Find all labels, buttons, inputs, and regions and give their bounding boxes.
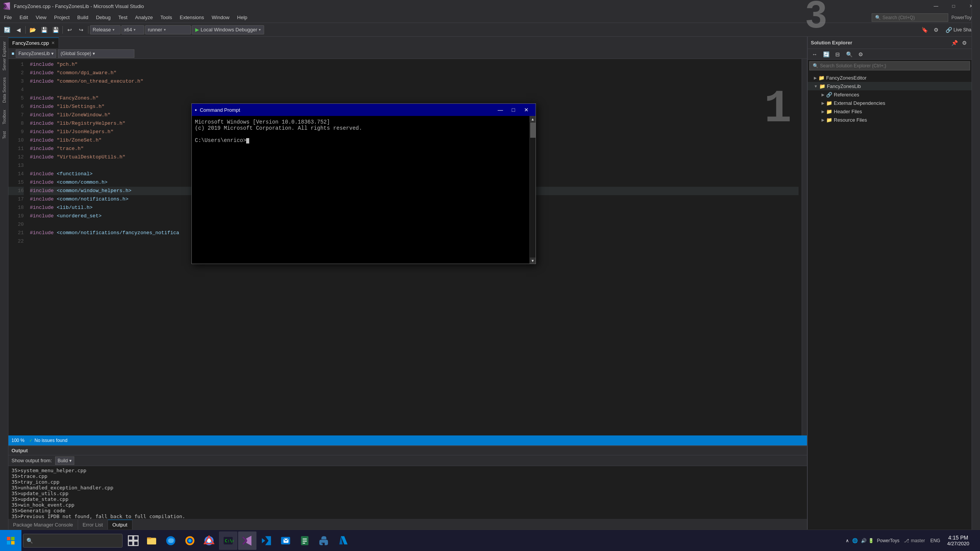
tree-item-resource-files[interactable]: ▶ 📁 Resource Files (808, 116, 972, 124)
menu-debug[interactable]: Debug (92, 12, 114, 23)
toolbar-save-all[interactable]: 💾 (50, 24, 61, 35)
start-button[interactable] (0, 530, 21, 551)
tree-item-fancyzoneslib[interactable]: ▼ 📁 FancyZonesLib (808, 82, 972, 90)
taskbar-terminal[interactable]: C:\> (219, 531, 237, 550)
scope-dropdown[interactable]: (Global Scope) ▾ (58, 49, 134, 58)
toolbar-undo[interactable]: ↩ (64, 24, 75, 35)
output-line: 35>system_menu_helper.cpp (11, 468, 804, 473)
scroll-up-button[interactable]: ▲ (530, 116, 536, 122)
cmd-close-button[interactable]: ✕ (520, 104, 532, 115)
taskbar-azure[interactable] (334, 531, 352, 550)
taskbar-explorer[interactable] (142, 531, 161, 550)
toolbar-bookmark[interactable]: 🔖 (920, 24, 930, 35)
toolbar-save[interactable]: 💾 (39, 24, 49, 35)
show-desktop-button[interactable] (974, 530, 977, 551)
minimize-button[interactable]: — (927, 0, 945, 12)
toolbar-back[interactable]: ◀ (13, 24, 24, 35)
scroll-thumb[interactable] (530, 122, 536, 138)
line-num: 10 (8, 136, 24, 145)
se-settings-icon[interactable]: ⚙ (960, 39, 969, 47)
taskbar-vs[interactable] (238, 531, 256, 550)
taskbar-clock[interactable]: 4:15 PM 4/27/2020 (944, 533, 972, 548)
line-num: 13 (8, 161, 24, 170)
start-debug-button[interactable]: ▶ Local Windows Debugger ▾ (192, 25, 264, 34)
taskview-button[interactable] (124, 531, 142, 550)
menu-tools[interactable]: Tools (157, 12, 176, 23)
cmd-content[interactable]: Microsoft Windows [Version 10.0.18363.75… (192, 116, 529, 264)
se-toolbar-filter[interactable]: 🔍 (844, 49, 854, 60)
se-pin-icon[interactable]: 📌 (950, 39, 959, 47)
tab-output[interactable]: Output (108, 520, 132, 530)
cmd-vscrollbar[interactable]: ▲ ▼ (529, 116, 536, 264)
platform-dropdown[interactable]: x64 ▾ (121, 25, 144, 34)
tree-item-fancyzoneseditor[interactable]: ▶ 📁 FancyZonesEditor (808, 73, 972, 82)
svg-rect-11 (134, 541, 138, 545)
menu-analyze[interactable]: Analyze (131, 12, 157, 23)
tree-item-header-files[interactable]: ▶ 📁 Header Files (808, 107, 972, 116)
code-line-3: #include "common/on_thread_executor.h" (30, 77, 799, 86)
cmd-minimize-button[interactable]: — (494, 104, 506, 115)
taskbar-python[interactable] (315, 531, 333, 550)
menu-view[interactable]: View (32, 12, 50, 23)
taskbar-chrome[interactable] (200, 531, 218, 550)
tree-item-references[interactable]: ▶ 🔗 References (808, 90, 972, 99)
right-panel: Solution Explorer 📌 ⚙ ↔ 🔄 ⊟ 🔍 ⚙ 🔍 Search… (807, 37, 972, 530)
close-tab-icon[interactable]: ✕ (51, 41, 55, 46)
file-tab-fancyzones[interactable]: FancyZones.cpp ✕ (8, 37, 59, 48)
show-hidden-icons[interactable]: ∧ (846, 538, 849, 543)
menu-project[interactable]: Project (50, 12, 73, 23)
toolbar-tools[interactable]: ⚙ (931, 24, 942, 35)
taskbar-outlook[interactable] (276, 531, 295, 550)
test-tab[interactable]: Test (1, 128, 7, 142)
cmd-prompt-window[interactable]: ▪ Command Prompt — □ ✕ Microsoft Windows… (191, 103, 536, 264)
se-toolbar-props[interactable]: ⚙ (855, 49, 866, 60)
references-icon: 🔗 (826, 92, 832, 98)
data-sources-tab[interactable]: Data Sources (1, 74, 7, 106)
scroll-down-button[interactable]: ▼ (530, 258, 536, 264)
toolbar-new[interactable]: 🔄 (2, 24, 12, 35)
menu-extensions[interactable]: Extensions (176, 12, 208, 23)
menu-window[interactable]: Window (208, 12, 233, 23)
toolbox-tab[interactable]: Toolbox (1, 107, 7, 127)
tree-label-resource-files: Resource Files (834, 117, 867, 123)
project-dropdown[interactable]: runner ▾ (145, 25, 191, 34)
issues-status: ✓ No issues found (29, 438, 67, 443)
configuration-dropdown[interactable]: Release ▾ (90, 25, 121, 34)
language-indicator[interactable]: ENG (928, 538, 942, 543)
taskbar-vscode[interactable] (257, 531, 276, 550)
menu-test[interactable]: Test (114, 12, 131, 23)
server-explorer-tab[interactable]: Server Explorer (1, 38, 7, 73)
editor-statusbar: 100 % ✓ No issues found (8, 435, 807, 445)
cmd-maximize-button[interactable]: □ (507, 104, 519, 115)
se-toolbar-collapse[interactable]: ⊟ (832, 49, 843, 60)
maximize-button[interactable]: □ (945, 0, 962, 12)
battery-icon[interactable]: 🔋 (868, 538, 874, 543)
tab-error-list[interactable]: Error List (78, 520, 108, 530)
search-icon: 🔍 (813, 63, 818, 68)
search-box[interactable]: 🔍 Search (Ctrl+Q) (872, 13, 948, 22)
taskbar-todo[interactable] (296, 531, 314, 550)
network-icon[interactable]: 🌐 (851, 538, 859, 543)
taskbar-firefox[interactable] (181, 531, 199, 550)
menu-build[interactable]: Build (74, 12, 92, 23)
scroll-track[interactable] (530, 122, 536, 258)
output-source-dropdown[interactable]: Build ▾ (55, 456, 75, 465)
library-dropdown[interactable]: FancyZonesLib ▾ (16, 49, 56, 58)
expand-icon: ▶ (822, 101, 825, 105)
taskbar-search[interactable]: 🔍 (23, 534, 122, 548)
toolbar-open[interactable]: 📂 (27, 24, 38, 35)
menu-file[interactable]: File (0, 12, 16, 23)
se-toolbar-refresh[interactable]: 🔄 (821, 49, 831, 60)
tree-item-external-deps[interactable]: ▶ 📁 External Dependencies (808, 99, 972, 107)
code-vscrollbar[interactable] (802, 59, 807, 435)
taskbar-edge[interactable] (162, 531, 180, 550)
volume-icon[interactable]: 🔊 (861, 538, 867, 543)
se-toolbar-sync[interactable]: ↔ (809, 49, 820, 60)
menu-help[interactable]: Help (233, 12, 251, 23)
toolbar-redo[interactable]: ↪ (76, 24, 87, 35)
output-content[interactable]: 35>system_menu_helper.cpp 35>trace.cpp 3… (8, 466, 807, 519)
line-num: 2 (8, 69, 24, 77)
se-search-input[interactable]: 🔍 Search Solution Explorer (Ctrl+;) (809, 61, 970, 70)
menu-edit[interactable]: Edit (16, 12, 32, 23)
tab-package-manager[interactable]: Package Manager Console (8, 520, 78, 530)
